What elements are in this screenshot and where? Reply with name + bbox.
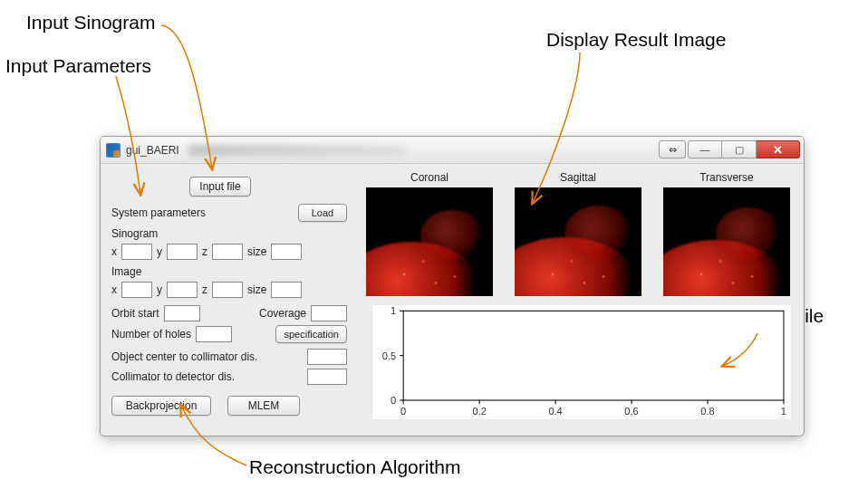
system-parameters-label: System parameters — [111, 206, 206, 219]
obj-center-input[interactable] — [307, 349, 347, 365]
svg-text:0.5: 0.5 — [382, 350, 396, 361]
annotation-input-parameters: Input Parameters — [5, 55, 151, 77]
window-controls: — ▢ ✕ — [688, 140, 800, 158]
coll-det-input[interactable] — [307, 369, 347, 385]
image-z-label: z — [202, 283, 207, 296]
image-x-label: x — [111, 283, 117, 296]
coverage-input[interactable] — [311, 305, 347, 321]
coronal-label: Coronal — [410, 171, 448, 184]
sinogram-z-input[interactable] — [212, 244, 243, 260]
image-y-label: y — [157, 283, 162, 296]
num-holes-input[interactable] — [196, 326, 232, 342]
window-title: gui_BAERI — [126, 144, 179, 157]
views-row: Coronal Sagittal Transverse — [363, 171, 793, 296]
backprojection-button[interactable]: Backprojection — [111, 396, 211, 416]
sinogram-y-input[interactable] — [167, 244, 198, 260]
sinogram-y-label: y — [157, 245, 162, 258]
titlebar: gui_BAERI ⇔ — ▢ ✕ — [101, 137, 804, 164]
sinogram-heading: Sinogram — [111, 227, 158, 240]
image-heading: Image — [111, 265, 141, 278]
image-size-input[interactable] — [271, 282, 302, 298]
annotation-display-result-image: Display Result Image — [546, 29, 726, 51]
profile-plot: 00.5100.20.40.60.81 — [372, 305, 791, 419]
input-file-button[interactable]: Input file — [189, 177, 250, 197]
titlebar-blurred-text — [188, 145, 406, 156]
titlebar-aux-button[interactable]: ⇔ — [659, 140, 686, 158]
image-y-input[interactable] — [167, 282, 198, 298]
annotation-reconstruction-algorithm: Reconstruction Algorithm — [249, 456, 460, 478]
svg-text:0: 0 — [391, 395, 396, 406]
specification-button[interactable]: specification — [275, 325, 347, 343]
svg-text:0: 0 — [400, 406, 406, 417]
sagittal-image — [515, 187, 641, 296]
sagittal-label: Sagittal — [560, 171, 596, 184]
app-window: gui_BAERI ⇔ — ▢ ✕ Input file System para… — [100, 136, 805, 436]
load-button[interactable]: Load — [298, 204, 347, 222]
minimize-button[interactable]: — — [688, 140, 722, 158]
obj-center-label: Object center to collimator dis. — [111, 350, 257, 363]
image-size-label: size — [247, 283, 266, 296]
orbit-start-input[interactable] — [164, 305, 200, 321]
orbit-start-label: Orbit start — [111, 307, 159, 320]
svg-text:1: 1 — [391, 305, 396, 316]
image-z-input[interactable] — [212, 282, 243, 298]
image-x-input[interactable] — [121, 282, 152, 298]
transverse-image — [663, 187, 790, 296]
annotation-input-sinogram: Input Sinogram — [26, 12, 155, 34]
close-button[interactable]: ✕ — [757, 140, 800, 158]
coll-det-label: Collimator to detector dis. — [111, 370, 235, 383]
maximize-button[interactable]: ▢ — [722, 140, 757, 158]
coronal-image — [366, 187, 493, 296]
mlem-button[interactable]: MLEM — [227, 396, 300, 416]
svg-text:0.8: 0.8 — [700, 406, 714, 417]
svg-text:1: 1 — [781, 406, 786, 417]
sinogram-x-input[interactable] — [121, 244, 152, 260]
left-control-panel: Input file System parameters Load Sinogr… — [111, 173, 347, 419]
num-holes-label: Number of holes — [111, 328, 191, 340]
sinogram-size-input[interactable] — [271, 244, 302, 260]
svg-text:0.6: 0.6 — [624, 406, 638, 417]
matlab-icon — [106, 143, 121, 158]
sinogram-z-label: z — [202, 245, 207, 258]
sinogram-size-label: size — [247, 245, 266, 258]
coverage-label: Coverage — [259, 307, 306, 320]
sinogram-x-label: x — [111, 245, 117, 258]
svg-text:0.2: 0.2 — [472, 406, 486, 417]
svg-text:0.4: 0.4 — [548, 406, 562, 417]
transverse-label: Transverse — [699, 171, 754, 184]
svg-rect-0 — [403, 311, 784, 400]
